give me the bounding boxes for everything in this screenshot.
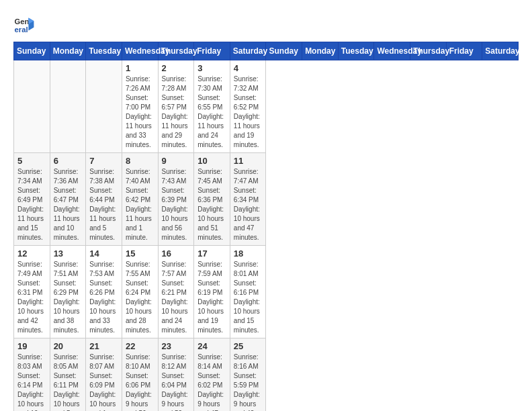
calendar-table: SundayMondayTuesdayWednesdayThursdayFrid… bbox=[13, 42, 519, 411]
day-info: Sunrise: 7:51 AM Sunset: 6:29 PM Dayligh… bbox=[54, 260, 83, 335]
day-info: Sunrise: 7:32 AM Sunset: 6:52 PM Dayligh… bbox=[234, 75, 263, 150]
day-info: Sunrise: 8:07 AM Sunset: 6:09 PM Dayligh… bbox=[89, 353, 118, 411]
calendar-cell: 18Sunrise: 8:01 AM Sunset: 6:16 PM Dayli… bbox=[230, 246, 266, 338]
day-number: 6 bbox=[54, 156, 83, 166]
svg-text:Gen: Gen bbox=[15, 17, 30, 26]
calendar-cell bbox=[50, 60, 86, 153]
day-number: 23 bbox=[162, 341, 191, 351]
day-number: 16 bbox=[162, 248, 191, 259]
day-of-week-header: Sunday bbox=[14, 42, 50, 60]
day-info: Sunrise: 8:12 AM Sunset: 6:04 PM Dayligh… bbox=[162, 353, 191, 411]
day-of-week-header: Wednesday bbox=[374, 42, 410, 60]
day-number: 1 bbox=[126, 63, 154, 73]
day-of-week-header: Thursday bbox=[410, 42, 447, 60]
day-of-week-header: Friday bbox=[446, 42, 482, 60]
day-number: 10 bbox=[197, 156, 226, 166]
logo: Gen eral bbox=[13, 13, 38, 35]
day-of-week-header: Saturday bbox=[482, 42, 519, 60]
day-info: Sunrise: 7:40 AM Sunset: 6:42 PM Dayligh… bbox=[126, 167, 154, 242]
calendar-cell: 23Sunrise: 8:12 AM Sunset: 6:04 PM Dayli… bbox=[158, 338, 194, 412]
day-info: Sunrise: 8:14 AM Sunset: 6:02 PM Dayligh… bbox=[197, 353, 226, 411]
day-info: Sunrise: 7:59 AM Sunset: 6:19 PM Dayligh… bbox=[197, 260, 226, 335]
day-of-week-header: Friday bbox=[194, 42, 230, 60]
day-info: Sunrise: 8:03 AM Sunset: 6:14 PM Dayligh… bbox=[17, 353, 46, 411]
day-number: 17 bbox=[197, 248, 226, 259]
calendar-cell: 25Sunrise: 8:16 AM Sunset: 5:59 PM Dayli… bbox=[230, 338, 266, 412]
day-info: Sunrise: 7:34 AM Sunset: 6:49 PM Dayligh… bbox=[17, 167, 46, 242]
day-info: Sunrise: 8:01 AM Sunset: 6:16 PM Dayligh… bbox=[234, 260, 263, 335]
day-of-week-header: Monday bbox=[302, 42, 339, 60]
calendar-cell: 11Sunrise: 7:47 AM Sunset: 6:34 PM Dayli… bbox=[230, 153, 266, 246]
calendar-cell: 22Sunrise: 8:10 AM Sunset: 6:06 PM Dayli… bbox=[122, 338, 158, 412]
day-number: 8 bbox=[126, 156, 154, 166]
calendar-cell: 24Sunrise: 8:14 AM Sunset: 6:02 PM Dayli… bbox=[194, 338, 230, 412]
calendar-cell: 8Sunrise: 7:40 AM Sunset: 6:42 PM Daylig… bbox=[122, 153, 158, 246]
day-info: Sunrise: 7:49 AM Sunset: 6:31 PM Dayligh… bbox=[17, 260, 46, 335]
calendar-cell: 10Sunrise: 7:45 AM Sunset: 6:36 PM Dayli… bbox=[194, 153, 230, 246]
day-info: Sunrise: 7:26 AM Sunset: 7:00 PM Dayligh… bbox=[126, 75, 154, 150]
calendar-cell: 7Sunrise: 7:38 AM Sunset: 6:44 PM Daylig… bbox=[86, 153, 122, 246]
calendar-week-row: 12Sunrise: 7:49 AM Sunset: 6:31 PM Dayli… bbox=[14, 246, 519, 338]
calendar-cell: 16Sunrise: 7:57 AM Sunset: 6:21 PM Dayli… bbox=[158, 246, 194, 338]
day-number: 14 bbox=[89, 248, 118, 259]
day-info: Sunrise: 8:05 AM Sunset: 6:11 PM Dayligh… bbox=[54, 353, 83, 411]
day-number: 25 bbox=[234, 341, 263, 351]
day-info: Sunrise: 7:45 AM Sunset: 6:36 PM Dayligh… bbox=[197, 167, 226, 242]
calendar-cell bbox=[86, 60, 122, 153]
calendar-cell: 21Sunrise: 8:07 AM Sunset: 6:09 PM Dayli… bbox=[86, 338, 122, 412]
day-info: Sunrise: 7:36 AM Sunset: 6:47 PM Dayligh… bbox=[54, 167, 83, 242]
day-number: 9 bbox=[162, 156, 191, 166]
day-of-week-header: Tuesday bbox=[86, 42, 122, 60]
day-info: Sunrise: 7:43 AM Sunset: 6:39 PM Dayligh… bbox=[162, 167, 191, 242]
calendar-cell: 6Sunrise: 7:36 AM Sunset: 6:47 PM Daylig… bbox=[50, 153, 86, 246]
day-of-week-header: Saturday bbox=[230, 42, 266, 60]
calendar-week-row: 5Sunrise: 7:34 AM Sunset: 6:49 PM Daylig… bbox=[14, 153, 519, 246]
day-info: Sunrise: 7:38 AM Sunset: 6:44 PM Dayligh… bbox=[89, 167, 118, 242]
day-number: 21 bbox=[89, 341, 118, 351]
day-number: 2 bbox=[162, 63, 191, 73]
day-number: 24 bbox=[197, 341, 226, 351]
day-info: Sunrise: 7:30 AM Sunset: 6:55 PM Dayligh… bbox=[197, 75, 226, 150]
day-number: 4 bbox=[234, 63, 263, 73]
day-info: Sunrise: 8:16 AM Sunset: 5:59 PM Dayligh… bbox=[234, 353, 263, 411]
calendar-cell: 4Sunrise: 7:32 AM Sunset: 6:52 PM Daylig… bbox=[230, 60, 266, 153]
calendar-cell: 13Sunrise: 7:51 AM Sunset: 6:29 PM Dayli… bbox=[50, 246, 86, 338]
calendar-cell: 12Sunrise: 7:49 AM Sunset: 6:31 PM Dayli… bbox=[14, 246, 50, 338]
calendar-cell: 9Sunrise: 7:43 AM Sunset: 6:39 PM Daylig… bbox=[158, 153, 194, 246]
page-header: Gen eral bbox=[13, 13, 519, 35]
day-number: 20 bbox=[54, 341, 83, 351]
day-info: Sunrise: 7:57 AM Sunset: 6:21 PM Dayligh… bbox=[162, 260, 191, 335]
day-of-week-header: Wednesday bbox=[122, 42, 158, 60]
day-of-week-header: Sunday bbox=[266, 42, 302, 60]
calendar-cell: 5Sunrise: 7:34 AM Sunset: 6:49 PM Daylig… bbox=[14, 153, 50, 246]
calendar-cell: 19Sunrise: 8:03 AM Sunset: 6:14 PM Dayli… bbox=[14, 338, 50, 412]
day-number: 3 bbox=[197, 63, 226, 73]
day-of-week-header: Thursday bbox=[158, 42, 194, 60]
calendar-cell bbox=[14, 60, 50, 153]
calendar-cell: 14Sunrise: 7:53 AM Sunset: 6:26 PM Dayli… bbox=[86, 246, 122, 338]
day-number: 5 bbox=[17, 156, 46, 166]
calendar-cell: 15Sunrise: 7:55 AM Sunset: 6:24 PM Dayli… bbox=[122, 246, 158, 338]
calendar-cell: 17Sunrise: 7:59 AM Sunset: 6:19 PM Dayli… bbox=[194, 246, 230, 338]
day-number: 18 bbox=[234, 248, 263, 259]
day-info: Sunrise: 7:47 AM Sunset: 6:34 PM Dayligh… bbox=[234, 167, 263, 242]
day-number: 15 bbox=[126, 248, 154, 259]
day-info: Sunrise: 7:28 AM Sunset: 6:57 PM Dayligh… bbox=[162, 75, 191, 150]
day-number: 12 bbox=[17, 248, 46, 259]
day-number: 13 bbox=[54, 248, 83, 259]
day-number: 19 bbox=[17, 341, 46, 351]
svg-text:eral: eral bbox=[15, 26, 28, 34]
day-info: Sunrise: 8:10 AM Sunset: 6:06 PM Dayligh… bbox=[126, 353, 154, 411]
calendar-week-row: 1Sunrise: 7:26 AM Sunset: 7:00 PM Daylig… bbox=[14, 60, 519, 153]
day-number: 7 bbox=[89, 156, 118, 166]
day-of-week-header: Tuesday bbox=[338, 42, 374, 60]
day-info: Sunrise: 7:55 AM Sunset: 6:24 PM Dayligh… bbox=[126, 260, 154, 335]
calendar-cell: 3Sunrise: 7:30 AM Sunset: 6:55 PM Daylig… bbox=[194, 60, 230, 153]
calendar-week-row: 19Sunrise: 8:03 AM Sunset: 6:14 PM Dayli… bbox=[14, 338, 519, 412]
calendar-header-row: SundayMondayTuesdayWednesdayThursdayFrid… bbox=[14, 42, 519, 60]
logo-icon: Gen eral bbox=[13, 13, 35, 35]
calendar-cell: 2Sunrise: 7:28 AM Sunset: 6:57 PM Daylig… bbox=[158, 60, 194, 153]
calendar-cell: 20Sunrise: 8:05 AM Sunset: 6:11 PM Dayli… bbox=[50, 338, 86, 412]
day-info: Sunrise: 7:53 AM Sunset: 6:26 PM Dayligh… bbox=[89, 260, 118, 335]
calendar-cell: 1Sunrise: 7:26 AM Sunset: 7:00 PM Daylig… bbox=[122, 60, 158, 153]
